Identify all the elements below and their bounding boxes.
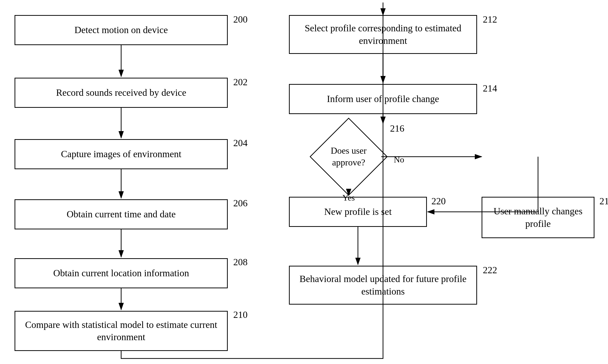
- label-yes: Yes: [342, 193, 355, 203]
- box-record-sounds: Record sounds received by device: [15, 78, 228, 108]
- box-select-profile: Select profile corresponding to estimate…: [289, 15, 477, 54]
- box-obtain-time: Obtain current time and date: [15, 199, 228, 229]
- ref-216: 216: [390, 123, 404, 134]
- ref-214: 214: [483, 83, 497, 94]
- box-manual-change: User manually changes profile: [482, 197, 594, 238]
- diamond-user-approve: Does user approve?: [316, 124, 381, 189]
- ref-208: 208: [233, 256, 248, 267]
- ref-200: 200: [233, 14, 248, 25]
- ref-202: 202: [233, 76, 248, 87]
- label-no: No: [394, 155, 404, 164]
- ref-206: 206: [233, 198, 248, 209]
- box-compare-model: Compare with statistical model to estima…: [15, 311, 228, 351]
- box-inform-user: Inform user of profile change: [289, 84, 477, 114]
- ref-210: 210: [233, 309, 248, 320]
- arrows-svg: [0, 0, 608, 364]
- box-behavioral-model: Behavioral model updated for future prof…: [289, 266, 477, 305]
- box-capture-images: Capture images of environment: [15, 139, 228, 169]
- box-obtain-location: Obtain current location information: [15, 258, 228, 288]
- ref-212: 212: [483, 14, 497, 25]
- ref-218: 218: [599, 196, 608, 207]
- flowchart-diagram: Detect motion on device 200 Record sound…: [0, 0, 608, 364]
- ref-222: 222: [483, 264, 497, 276]
- ref-204: 204: [233, 137, 248, 148]
- box-new-profile: New profile is set: [289, 197, 427, 227]
- ref-220: 220: [431, 196, 446, 207]
- box-detect-motion: Detect motion on device: [15, 15, 228, 45]
